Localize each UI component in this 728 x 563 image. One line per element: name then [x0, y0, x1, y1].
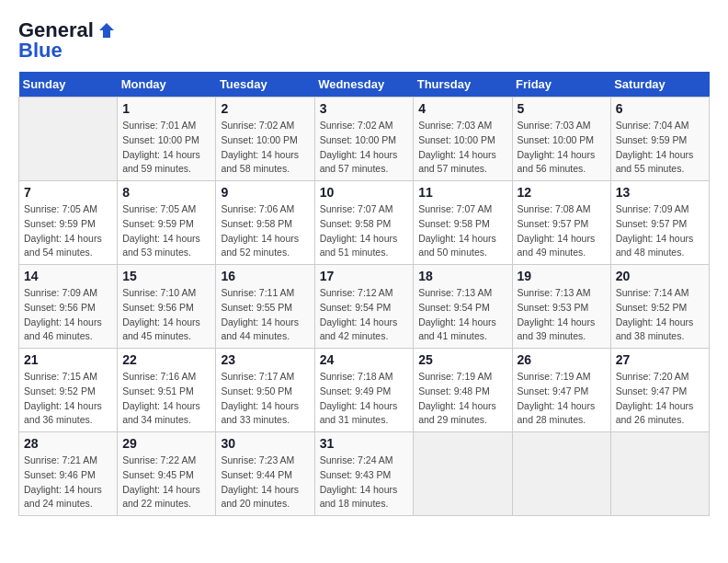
day-info: Sunrise: 7:09 AM Sunset: 9:56 PM Dayligh…: [24, 286, 112, 344]
day-info: Sunrise: 7:15 AM Sunset: 9:52 PM Dayligh…: [24, 370, 112, 428]
day-number: 8: [122, 185, 210, 200]
day-number: 4: [418, 101, 506, 116]
calendar-cell: 5Sunrise: 7:03 AM Sunset: 10:00 PM Dayli…: [512, 98, 610, 181]
calendar-cell: 11Sunrise: 7:07 AM Sunset: 9:58 PM Dayli…: [414, 181, 512, 265]
day-info: Sunrise: 7:07 AM Sunset: 9:58 PM Dayligh…: [418, 202, 506, 260]
week-row-3: 14Sunrise: 7:09 AM Sunset: 9:56 PM Dayli…: [19, 265, 710, 349]
day-info: Sunrise: 7:19 AM Sunset: 9:48 PM Dayligh…: [418, 370, 506, 428]
calendar-cell: 29Sunrise: 7:22 AM Sunset: 9:45 PM Dayli…: [118, 432, 216, 516]
weekday-header-wednesday: Wednesday: [314, 72, 414, 98]
week-row-4: 21Sunrise: 7:15 AM Sunset: 9:52 PM Dayli…: [19, 349, 710, 432]
weekday-header-thursday: Thursday: [414, 72, 512, 98]
day-info: Sunrise: 7:06 AM Sunset: 9:58 PM Dayligh…: [221, 202, 309, 260]
day-number: 2: [221, 101, 309, 116]
day-number: 21: [24, 352, 112, 367]
day-number: 15: [122, 269, 210, 283]
weekday-header-monday: Monday: [118, 72, 216, 98]
day-number: 7: [24, 185, 112, 200]
day-info: Sunrise: 7:09 AM Sunset: 9:57 PM Dayligh…: [616, 202, 704, 260]
calendar-cell: 15Sunrise: 7:10 AM Sunset: 9:56 PM Dayli…: [118, 265, 216, 349]
day-number: 31: [320, 436, 409, 451]
calendar-cell: [414, 432, 512, 516]
day-number: 25: [418, 352, 506, 367]
day-number: 23: [221, 352, 309, 367]
calendar-cell: 25Sunrise: 7:19 AM Sunset: 9:48 PM Dayli…: [414, 349, 512, 432]
calendar-cell: 3Sunrise: 7:02 AM Sunset: 10:00 PM Dayli…: [314, 98, 414, 181]
day-info: Sunrise: 7:22 AM Sunset: 9:45 PM Dayligh…: [122, 454, 210, 511]
calendar-cell: 13Sunrise: 7:09 AM Sunset: 9:57 PM Dayli…: [610, 181, 709, 265]
calendar-cell: 18Sunrise: 7:13 AM Sunset: 9:54 PM Dayli…: [414, 265, 512, 349]
calendar-cell: 17Sunrise: 7:12 AM Sunset: 9:54 PM Dayli…: [314, 265, 414, 349]
calendar-cell: 20Sunrise: 7:14 AM Sunset: 9:52 PM Dayli…: [610, 265, 709, 349]
week-row-5: 28Sunrise: 7:21 AM Sunset: 9:46 PM Dayli…: [19, 432, 710, 516]
calendar-cell: 10Sunrise: 7:07 AM Sunset: 9:58 PM Dayli…: [314, 181, 414, 265]
calendar-cell: 14Sunrise: 7:09 AM Sunset: 9:56 PM Dayli…: [19, 265, 118, 349]
day-number: 9: [221, 185, 309, 200]
day-number: 3: [320, 101, 409, 116]
day-info: Sunrise: 7:18 AM Sunset: 9:49 PM Dayligh…: [320, 370, 409, 428]
calendar-cell: 26Sunrise: 7:19 AM Sunset: 9:47 PM Dayli…: [512, 349, 610, 432]
day-info: Sunrise: 7:21 AM Sunset: 9:46 PM Dayligh…: [24, 454, 112, 511]
day-number: 29: [122, 436, 210, 451]
calendar-cell: 8Sunrise: 7:05 AM Sunset: 9:59 PM Daylig…: [118, 181, 216, 265]
day-number: 17: [320, 269, 409, 283]
week-row-1: 1Sunrise: 7:01 AM Sunset: 10:00 PM Dayli…: [19, 98, 710, 181]
calendar-cell: 12Sunrise: 7:08 AM Sunset: 9:57 PM Dayli…: [512, 181, 610, 265]
day-number: 13: [616, 185, 704, 200]
day-info: Sunrise: 7:07 AM Sunset: 9:58 PM Dayligh…: [320, 202, 409, 260]
page-header: General Blue: [18, 18, 710, 63]
day-info: Sunrise: 7:03 AM Sunset: 10:00 PM Daylig…: [518, 119, 606, 177]
calendar-cell: 27Sunrise: 7:20 AM Sunset: 9:47 PM Dayli…: [610, 349, 709, 432]
calendar-cell: 9Sunrise: 7:06 AM Sunset: 9:58 PM Daylig…: [216, 181, 314, 265]
day-info: Sunrise: 7:12 AM Sunset: 9:54 PM Dayligh…: [320, 286, 409, 344]
calendar-cell: 19Sunrise: 7:13 AM Sunset: 9:53 PM Dayli…: [512, 265, 610, 349]
day-number: 6: [616, 101, 704, 116]
day-info: Sunrise: 7:19 AM Sunset: 9:47 PM Dayligh…: [518, 370, 606, 428]
calendar-cell: 16Sunrise: 7:11 AM Sunset: 9:55 PM Dayli…: [216, 265, 314, 349]
day-info: Sunrise: 7:01 AM Sunset: 10:00 PM Daylig…: [122, 119, 210, 177]
day-info: Sunrise: 7:13 AM Sunset: 9:53 PM Dayligh…: [518, 286, 606, 344]
day-number: 24: [320, 352, 409, 367]
weekday-header-row: SundayMondayTuesdayWednesdayThursdayFrid…: [19, 72, 710, 98]
day-info: Sunrise: 7:05 AM Sunset: 9:59 PM Dayligh…: [122, 202, 210, 260]
calendar-cell: [19, 98, 118, 181]
day-number: 20: [616, 269, 704, 283]
calendar-cell: [512, 432, 610, 516]
svg-marker-0: [99, 23, 114, 38]
day-number: 5: [518, 101, 606, 116]
day-info: Sunrise: 7:08 AM Sunset: 9:57 PM Dayligh…: [518, 202, 606, 260]
day-info: Sunrise: 7:24 AM Sunset: 9:43 PM Dayligh…: [320, 454, 409, 511]
day-number: 12: [518, 185, 606, 200]
day-info: Sunrise: 7:11 AM Sunset: 9:55 PM Dayligh…: [221, 286, 309, 344]
day-number: 10: [320, 185, 409, 200]
logo-icon: [97, 21, 116, 40]
day-info: Sunrise: 7:02 AM Sunset: 10:00 PM Daylig…: [320, 119, 409, 177]
calendar-cell: [610, 432, 709, 516]
day-info: Sunrise: 7:13 AM Sunset: 9:54 PM Dayligh…: [418, 286, 506, 344]
day-info: Sunrise: 7:23 AM Sunset: 9:44 PM Dayligh…: [221, 454, 309, 511]
weekday-header-friday: Friday: [512, 72, 610, 98]
calendar-cell: 24Sunrise: 7:18 AM Sunset: 9:49 PM Dayli…: [314, 349, 414, 432]
weekday-header-sunday: Sunday: [19, 72, 118, 98]
calendar-cell: 6Sunrise: 7:04 AM Sunset: 9:59 PM Daylig…: [610, 98, 709, 181]
calendar-cell: 22Sunrise: 7:16 AM Sunset: 9:51 PM Dayli…: [118, 349, 216, 432]
day-info: Sunrise: 7:20 AM Sunset: 9:47 PM Dayligh…: [616, 370, 704, 428]
day-info: Sunrise: 7:03 AM Sunset: 10:00 PM Daylig…: [418, 119, 506, 177]
day-number: 28: [24, 436, 112, 451]
day-info: Sunrise: 7:02 AM Sunset: 10:00 PM Daylig…: [221, 119, 309, 177]
day-info: Sunrise: 7:05 AM Sunset: 9:59 PM Dayligh…: [24, 202, 112, 260]
calendar-cell: 4Sunrise: 7:03 AM Sunset: 10:00 PM Dayli…: [414, 98, 512, 181]
day-number: 1: [122, 101, 210, 116]
week-row-2: 7Sunrise: 7:05 AM Sunset: 9:59 PM Daylig…: [19, 181, 710, 265]
day-info: Sunrise: 7:14 AM Sunset: 9:52 PM Dayligh…: [616, 286, 704, 344]
day-number: 19: [518, 269, 606, 283]
day-info: Sunrise: 7:16 AM Sunset: 9:51 PM Dayligh…: [122, 370, 210, 428]
day-number: 22: [122, 352, 210, 367]
day-number: 11: [418, 185, 506, 200]
calendar-cell: 30Sunrise: 7:23 AM Sunset: 9:44 PM Dayli…: [216, 432, 314, 516]
weekday-header-saturday: Saturday: [610, 72, 709, 98]
calendar-cell: 7Sunrise: 7:05 AM Sunset: 9:59 PM Daylig…: [19, 181, 118, 265]
day-number: 14: [24, 269, 112, 283]
day-info: Sunrise: 7:17 AM Sunset: 9:50 PM Dayligh…: [221, 370, 309, 428]
day-info: Sunrise: 7:10 AM Sunset: 9:56 PM Dayligh…: [122, 286, 210, 344]
